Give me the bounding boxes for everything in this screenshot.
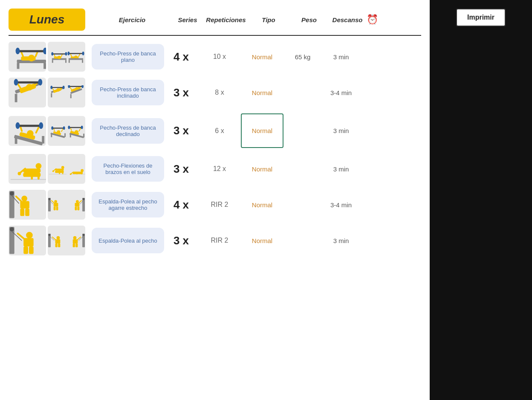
col-header-descanso: Descanso	[328, 16, 367, 23]
exercise-images	[9, 190, 92, 220]
svg-rect-64	[18, 125, 41, 127]
svg-point-146	[48, 198, 50, 200]
svg-line-168	[18, 233, 25, 239]
exercise-name: Pecho-Flexiones de brazos en el suelo	[92, 156, 164, 182]
exercise-image-1	[9, 226, 46, 255]
exercise-descanso: 3 min	[322, 237, 360, 244]
exercise-descanso: 3 min	[322, 53, 360, 61]
svg-point-188	[73, 236, 77, 240]
exercise-reps: RIR 2	[198, 201, 241, 209]
svg-point-162	[10, 227, 14, 232]
svg-point-19	[65, 52, 67, 55]
exercise-reps: RIR 2	[198, 237, 241, 244]
svg-point-154	[83, 198, 85, 200]
svg-rect-84	[52, 128, 64, 129]
svg-line-90	[79, 128, 81, 131]
exercise-image-1	[9, 154, 46, 184]
day-label: Lunes	[29, 13, 64, 26]
svg-rect-135	[25, 209, 29, 216]
svg-line-23	[78, 54, 80, 57]
exercise-images: <	[9, 78, 92, 107]
col-header-repeticiones: Repeticiones	[205, 16, 247, 23]
svg-rect-150	[54, 206, 56, 210]
exercise-descanso: 3 min	[322, 165, 360, 173]
svg-rect-24	[69, 58, 83, 60]
svg-rect-27	[69, 53, 83, 54]
svg-rect-56	[70, 94, 72, 98]
svg-rect-40	[51, 93, 52, 97]
col-header-ejercicio: Ejercicio	[94, 16, 171, 23]
svg-point-9	[43, 47, 46, 54]
svg-rect-11	[52, 60, 53, 63]
svg-line-184	[52, 237, 56, 240]
exercise-reps: 8 x	[198, 89, 241, 96]
exercise-name: Pecho-Press de banca plano	[92, 44, 164, 70]
svg-rect-7	[18, 50, 46, 52]
exercise-image-1	[9, 116, 46, 146]
exercise-image-2	[48, 190, 85, 220]
exercise-images	[9, 226, 92, 255]
exercise-image-2	[48, 226, 85, 255]
svg-rect-25	[69, 60, 70, 63]
exercise-image-1	[9, 190, 46, 220]
svg-rect-1	[17, 63, 20, 69]
svg-rect-26	[82, 60, 83, 63]
table-row: Espalda-Polea al pecho 3 x RIR 2 Normal …	[9, 226, 421, 255]
exercise-descanso: 3 min	[322, 127, 360, 134]
header-row: Lunes Ejercicio Series Repeticiones Tipo…	[9, 9, 421, 36]
svg-line-63	[36, 128, 39, 133]
exercise-series: 3 x	[164, 86, 198, 99]
exercise-reps: 6 x	[198, 127, 241, 135]
right-panel: Imprimir	[430, 0, 532, 400]
svg-rect-151	[56, 206, 58, 210]
exercise-peso: 65 kg	[283, 53, 322, 61]
svg-point-104	[18, 172, 21, 175]
svg-point-93	[81, 126, 83, 129]
svg-point-53	[68, 85, 70, 88]
exercise-tipo: Normal	[241, 165, 283, 173]
svg-rect-59	[42, 136, 44, 144]
exercise-image-2	[48, 42, 85, 72]
svg-point-128	[70, 173, 72, 175]
svg-point-86	[63, 127, 65, 130]
exercise-series: 4 x	[164, 198, 198, 212]
svg-rect-17	[52, 53, 66, 54]
svg-rect-31	[15, 94, 17, 102]
svg-point-29	[82, 52, 84, 55]
exercise-image-2	[48, 116, 85, 146]
col-header-tipo: Tipo	[247, 16, 290, 23]
table-row: Espalda-Polea al pecho agarre estrecho 4…	[9, 190, 421, 220]
svg-rect-182	[55, 243, 58, 247]
svg-rect-91	[69, 127, 82, 128]
exercise-list: <	[9, 42, 421, 255]
svg-rect-191	[75, 243, 78, 247]
svg-rect-134	[20, 209, 24, 216]
table-row: <	[9, 42, 421, 72]
exercise-reps: 10 x	[198, 53, 241, 61]
svg-rect-95	[70, 135, 71, 138]
timer-icon: ⏰	[367, 14, 384, 25]
exercise-images	[9, 116, 92, 146]
print-button[interactable]: Imprimir	[456, 9, 506, 26]
svg-rect-36	[16, 81, 40, 84]
svg-point-65	[16, 122, 20, 129]
svg-rect-2	[43, 63, 46, 69]
table-row: Pecho-Press de banca declinado 3 x 6 x N…	[9, 113, 421, 148]
exercise-tipo: Normal	[241, 89, 283, 96]
svg-line-50	[70, 87, 72, 90]
exercise-tipo[interactable]: Normal	[241, 113, 283, 148]
table-row: Pecho-Flexiones de brazos en el suelo 3 …	[9, 154, 421, 184]
svg-point-132	[21, 195, 27, 201]
svg-rect-52	[69, 86, 83, 87]
svg-point-186	[83, 234, 85, 236]
svg-point-46	[50, 86, 52, 89]
exercise-image-1: <	[9, 78, 46, 107]
svg-rect-78	[51, 134, 52, 137]
svg-point-28	[67, 52, 69, 55]
svg-point-164	[26, 232, 33, 238]
svg-point-178	[48, 234, 50, 236]
svg-point-130	[10, 191, 14, 196]
svg-line-34	[18, 84, 21, 89]
svg-rect-159	[77, 206, 79, 210]
exercise-image-2	[48, 78, 85, 107]
